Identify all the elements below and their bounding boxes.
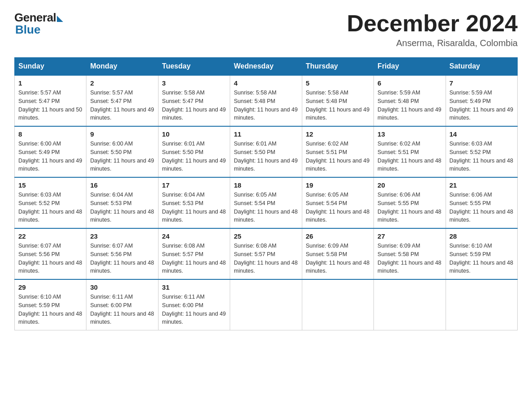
header-row: SundayMondayTuesdayWednesdayThursdayFrid… — [15, 58, 518, 76]
day-number: 16 — [90, 181, 154, 189]
day-sun-info: Sunrise: 6:03 AMSunset: 5:52 PMDaylight:… — [450, 140, 514, 173]
day-number: 2 — [90, 79, 154, 87]
day-number: 24 — [162, 232, 226, 240]
day-number: 5 — [306, 79, 370, 87]
page-header: General Blue December 2024 Anserma, Risa… — [14, 11, 518, 48]
month-title: December 2024 — [347, 11, 518, 36]
calendar-day-cell: 12Sunrise: 6:02 AMSunset: 5:51 PMDayligh… — [302, 126, 373, 177]
day-sun-info: Sunrise: 6:10 AMSunset: 5:59 PMDaylight:… — [450, 242, 514, 275]
calendar-week-row: 8Sunrise: 6:00 AMSunset: 5:49 PMDaylight… — [15, 126, 518, 177]
calendar-table: SundayMondayTuesdayWednesdayThursdayFrid… — [14, 57, 518, 330]
day-number: 7 — [450, 79, 514, 87]
calendar-week-row: 22Sunrise: 6:07 AMSunset: 5:56 PMDayligh… — [15, 228, 518, 279]
day-sun-info: Sunrise: 5:58 AMSunset: 5:48 PMDaylight:… — [306, 89, 370, 122]
calendar-day-cell: 4Sunrise: 5:58 AMSunset: 5:48 PMDaylight… — [230, 75, 302, 126]
calendar-day-cell: 1Sunrise: 5:57 AMSunset: 5:47 PMDaylight… — [15, 75, 86, 126]
location-subtitle: Anserma, Risaralda, Colombia — [347, 38, 518, 48]
day-number: 19 — [306, 181, 370, 189]
calendar-body: 1Sunrise: 5:57 AMSunset: 5:47 PMDaylight… — [15, 75, 518, 330]
day-sun-info: Sunrise: 6:07 AMSunset: 5:56 PMDaylight:… — [18, 242, 82, 275]
calendar-day-cell: 10Sunrise: 6:01 AMSunset: 5:50 PMDayligh… — [158, 126, 230, 177]
calendar-day-cell: 19Sunrise: 6:05 AMSunset: 5:54 PMDayligh… — [302, 177, 373, 228]
day-number: 14 — [450, 130, 514, 138]
day-sun-info: Sunrise: 6:10 AMSunset: 5:59 PMDaylight:… — [18, 293, 82, 326]
calendar-day-cell: 18Sunrise: 6:05 AMSunset: 5:54 PMDayligh… — [230, 177, 302, 228]
day-of-week-header: Thursday — [302, 58, 373, 76]
calendar-header: SundayMondayTuesdayWednesdayThursdayFrid… — [15, 58, 518, 76]
day-number: 6 — [378, 79, 442, 87]
calendar-day-cell: 26Sunrise: 6:09 AMSunset: 5:58 PMDayligh… — [302, 228, 373, 279]
day-number: 12 — [306, 130, 370, 138]
day-number: 29 — [18, 283, 82, 291]
day-sun-info: Sunrise: 5:57 AMSunset: 5:47 PMDaylight:… — [18, 89, 82, 122]
calendar-day-cell: 8Sunrise: 6:00 AMSunset: 5:49 PMDaylight… — [15, 126, 86, 177]
calendar-day-cell: 2Sunrise: 5:57 AMSunset: 5:47 PMDaylight… — [86, 75, 158, 126]
day-number: 10 — [162, 130, 226, 138]
day-of-week-header: Saturday — [446, 58, 517, 76]
day-number: 3 — [162, 79, 226, 87]
day-sun-info: Sunrise: 5:57 AMSunset: 5:47 PMDaylight:… — [90, 89, 154, 122]
day-number: 25 — [234, 232, 298, 240]
day-sun-info: Sunrise: 6:01 AMSunset: 5:50 PMDaylight:… — [234, 140, 298, 173]
calendar-day-cell: 25Sunrise: 6:08 AMSunset: 5:57 PMDayligh… — [230, 228, 302, 279]
calendar-day-cell: 3Sunrise: 5:58 AMSunset: 5:47 PMDaylight… — [158, 75, 230, 126]
day-sun-info: Sunrise: 6:02 AMSunset: 5:51 PMDaylight:… — [306, 140, 370, 173]
day-sun-info: Sunrise: 6:08 AMSunset: 5:57 PMDaylight:… — [234, 242, 298, 275]
day-sun-info: Sunrise: 6:00 AMSunset: 5:49 PMDaylight:… — [18, 140, 82, 173]
calendar-day-cell: 22Sunrise: 6:07 AMSunset: 5:56 PMDayligh… — [15, 228, 86, 279]
day-sun-info: Sunrise: 5:58 AMSunset: 5:47 PMDaylight:… — [162, 89, 226, 122]
day-number: 23 — [90, 232, 154, 240]
day-of-week-header: Sunday — [15, 58, 86, 76]
day-number: 31 — [162, 283, 226, 291]
title-area: December 2024 Anserma, Risaralda, Colomb… — [347, 11, 518, 48]
calendar-day-cell: 17Sunrise: 6:04 AMSunset: 5:53 PMDayligh… — [158, 177, 230, 228]
calendar-week-row: 29Sunrise: 6:10 AMSunset: 5:59 PMDayligh… — [15, 279, 518, 330]
calendar-day-cell: 15Sunrise: 6:03 AMSunset: 5:52 PMDayligh… — [15, 177, 86, 228]
day-number: 17 — [162, 181, 226, 189]
calendar-day-cell: 23Sunrise: 6:07 AMSunset: 5:56 PMDayligh… — [86, 228, 158, 279]
calendar-day-cell: 6Sunrise: 5:59 AMSunset: 5:48 PMDaylight… — [374, 75, 446, 126]
day-sun-info: Sunrise: 6:09 AMSunset: 5:58 PMDaylight:… — [306, 242, 370, 275]
day-number: 28 — [450, 232, 514, 240]
calendar-day-cell: 13Sunrise: 6:02 AMSunset: 5:51 PMDayligh… — [374, 126, 446, 177]
day-number: 11 — [234, 130, 298, 138]
day-sun-info: Sunrise: 5:59 AMSunset: 5:48 PMDaylight:… — [378, 89, 442, 122]
day-of-week-header: Wednesday — [230, 58, 302, 76]
day-number: 26 — [306, 232, 370, 240]
calendar-day-cell: 9Sunrise: 6:00 AMSunset: 5:50 PMDaylight… — [86, 126, 158, 177]
calendar-day-cell: 30Sunrise: 6:11 AMSunset: 6:00 PMDayligh… — [86, 279, 158, 330]
day-of-week-header: Friday — [374, 58, 446, 76]
calendar-day-cell — [446, 279, 517, 330]
day-sun-info: Sunrise: 6:03 AMSunset: 5:52 PMDaylight:… — [18, 191, 82, 224]
day-number: 4 — [234, 79, 298, 87]
calendar-day-cell: 29Sunrise: 6:10 AMSunset: 5:59 PMDayligh… — [15, 279, 86, 330]
day-number: 8 — [18, 130, 82, 138]
day-sun-info: Sunrise: 5:59 AMSunset: 5:49 PMDaylight:… — [450, 89, 514, 122]
calendar-day-cell: 14Sunrise: 6:03 AMSunset: 5:52 PMDayligh… — [446, 126, 517, 177]
day-sun-info: Sunrise: 6:01 AMSunset: 5:50 PMDaylight:… — [162, 140, 226, 173]
logo-triangle-icon — [57, 16, 63, 22]
day-sun-info: Sunrise: 6:05 AMSunset: 5:54 PMDaylight:… — [306, 191, 370, 224]
day-of-week-header: Monday — [86, 58, 158, 76]
logo: General Blue — [14, 11, 63, 37]
day-sun-info: Sunrise: 6:06 AMSunset: 5:55 PMDaylight:… — [378, 191, 442, 224]
day-sun-info: Sunrise: 6:02 AMSunset: 5:51 PMDaylight:… — [378, 140, 442, 173]
day-number: 18 — [234, 181, 298, 189]
calendar-day-cell: 5Sunrise: 5:58 AMSunset: 5:48 PMDaylight… — [302, 75, 373, 126]
day-sun-info: Sunrise: 6:00 AMSunset: 5:50 PMDaylight:… — [90, 140, 154, 173]
calendar-day-cell: 16Sunrise: 6:04 AMSunset: 5:53 PMDayligh… — [86, 177, 158, 228]
day-sun-info: Sunrise: 6:08 AMSunset: 5:57 PMDaylight:… — [162, 242, 226, 275]
calendar-day-cell: 11Sunrise: 6:01 AMSunset: 5:50 PMDayligh… — [230, 126, 302, 177]
calendar-day-cell: 20Sunrise: 6:06 AMSunset: 5:55 PMDayligh… — [374, 177, 446, 228]
calendar-day-cell: 24Sunrise: 6:08 AMSunset: 5:57 PMDayligh… — [158, 228, 230, 279]
logo-blue-text: Blue — [15, 23, 40, 37]
day-sun-info: Sunrise: 6:06 AMSunset: 5:55 PMDaylight:… — [450, 191, 514, 224]
calendar-day-cell — [374, 279, 446, 330]
day-number: 13 — [378, 130, 442, 138]
day-of-week-header: Tuesday — [158, 58, 230, 76]
day-number: 30 — [90, 283, 154, 291]
calendar-day-cell: 21Sunrise: 6:06 AMSunset: 5:55 PMDayligh… — [446, 177, 517, 228]
day-number: 22 — [18, 232, 82, 240]
day-number: 21 — [450, 181, 514, 189]
calendar-day-cell — [302, 279, 373, 330]
